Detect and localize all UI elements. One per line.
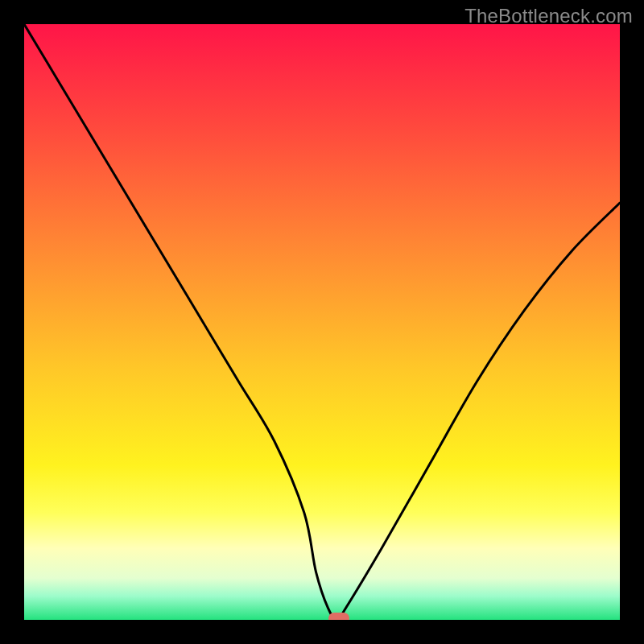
watermark-text: TheBottleneck.com (464, 5, 633, 27)
svg-rect-0 (24, 24, 620, 620)
chart-frame: TheBottleneck.com (0, 0, 644, 644)
heat-gradient-background (24, 24, 620, 620)
optimal-marker (328, 613, 349, 620)
plot-area (24, 24, 620, 620)
